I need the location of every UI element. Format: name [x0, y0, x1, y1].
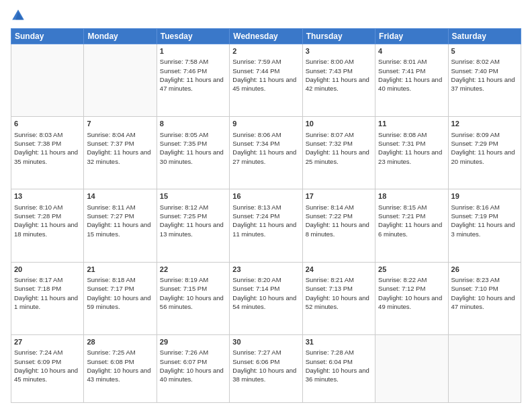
day-info: Sunrise: 8:18 AM Sunset: 7:17 PM Dayligh… [87, 275, 153, 311]
calendar-table: SundayMondayTuesdayWednesdayThursdayFrid… [11, 28, 521, 403]
column-header-monday: Monday [84, 29, 157, 44]
page: SundayMondayTuesdayWednesdayThursdayFrid… [0, 0, 532, 411]
day-number: 11 [378, 119, 445, 129]
day-number: 8 [160, 119, 226, 129]
day-number: 7 [87, 119, 153, 129]
column-header-tuesday: Tuesday [157, 29, 229, 44]
day-info: Sunrise: 8:03 AM Sunset: 7:38 PM Dayligh… [14, 130, 81, 166]
calendar-cell: 2Sunrise: 7:59 AM Sunset: 7:44 PM Daylig… [230, 44, 302, 117]
day-info: Sunrise: 8:21 AM Sunset: 7:13 PM Dayligh… [306, 275, 372, 311]
day-number: 26 [451, 265, 518, 275]
day-number: 13 [14, 191, 81, 201]
logo [11, 8, 26, 23]
day-info: Sunrise: 7:28 AM Sunset: 6:04 PM Dayligh… [306, 348, 372, 383]
day-info: Sunrise: 7:27 AM Sunset: 6:06 PM Dayligh… [232, 348, 299, 383]
calendar-cell: 6Sunrise: 8:03 AM Sunset: 7:38 PM Daylig… [11, 117, 84, 189]
day-info: Sunrise: 8:08 AM Sunset: 7:31 PM Dayligh… [378, 130, 445, 166]
column-header-saturday: Saturday [448, 29, 521, 44]
calendar-cell [11, 44, 84, 117]
day-number: 1 [160, 46, 226, 56]
day-number: 10 [306, 119, 372, 129]
day-info: Sunrise: 8:01 AM Sunset: 7:41 PM Dayligh… [378, 57, 445, 93]
day-number: 6 [14, 119, 81, 129]
calendar-cell: 22Sunrise: 8:19 AM Sunset: 7:15 PM Dayli… [157, 262, 229, 334]
calendar-cell: 7Sunrise: 8:04 AM Sunset: 7:37 PM Daylig… [84, 117, 157, 189]
day-number: 21 [87, 265, 153, 275]
day-number: 31 [306, 337, 372, 347]
day-number: 17 [306, 191, 372, 201]
calendar-header-row: SundayMondayTuesdayWednesdayThursdayFrid… [11, 29, 521, 44]
day-info: Sunrise: 7:24 AM Sunset: 6:09 PM Dayligh… [14, 348, 81, 383]
day-info: Sunrise: 8:07 AM Sunset: 7:32 PM Dayligh… [306, 130, 372, 166]
day-info: Sunrise: 8:09 AM Sunset: 7:29 PM Dayligh… [451, 130, 518, 166]
day-number: 16 [232, 191, 299, 201]
calendar-cell: 25Sunrise: 8:22 AM Sunset: 7:12 PM Dayli… [375, 262, 448, 334]
column-header-friday: Friday [375, 29, 448, 44]
calendar-cell: 23Sunrise: 8:20 AM Sunset: 7:14 PM Dayli… [230, 262, 302, 334]
calendar-cell: 19Sunrise: 8:16 AM Sunset: 7:19 PM Dayli… [448, 189, 521, 262]
day-number: 5 [451, 46, 518, 56]
calendar-cell: 12Sunrise: 8:09 AM Sunset: 7:29 PM Dayli… [448, 117, 521, 189]
day-info: Sunrise: 8:02 AM Sunset: 7:40 PM Dayligh… [451, 57, 518, 93]
day-info: Sunrise: 8:20 AM Sunset: 7:14 PM Dayligh… [232, 275, 299, 311]
day-number: 3 [306, 46, 372, 56]
calendar-cell: 1Sunrise: 7:58 AM Sunset: 7:46 PM Daylig… [157, 44, 229, 117]
calendar-cell: 26Sunrise: 8:23 AM Sunset: 7:10 PM Dayli… [448, 262, 521, 334]
day-number: 14 [87, 191, 153, 201]
calendar-cell: 27Sunrise: 7:24 AM Sunset: 6:09 PM Dayli… [11, 334, 84, 402]
column-header-thursday: Thursday [302, 29, 375, 44]
day-number: 23 [232, 265, 299, 275]
calendar-cell: 4Sunrise: 8:01 AM Sunset: 7:41 PM Daylig… [375, 44, 448, 117]
day-number: 19 [451, 191, 518, 201]
day-info: Sunrise: 7:58 AM Sunset: 7:46 PM Dayligh… [160, 57, 226, 93]
day-number: 20 [14, 265, 81, 275]
day-info: Sunrise: 8:05 AM Sunset: 7:35 PM Dayligh… [160, 130, 226, 166]
day-number: 22 [160, 265, 226, 275]
calendar-cell: 17Sunrise: 8:14 AM Sunset: 7:22 PM Dayli… [302, 189, 375, 262]
calendar-cell: 13Sunrise: 8:10 AM Sunset: 7:28 PM Dayli… [11, 189, 84, 262]
day-number: 2 [232, 46, 299, 56]
day-number: 27 [14, 337, 81, 347]
day-info: Sunrise: 8:23 AM Sunset: 7:10 PM Dayligh… [451, 275, 518, 311]
day-info: Sunrise: 7:25 AM Sunset: 6:08 PM Dayligh… [87, 348, 153, 383]
day-number: 18 [378, 191, 445, 201]
calendar-cell: 31Sunrise: 7:28 AM Sunset: 6:04 PM Dayli… [302, 334, 375, 402]
day-info: Sunrise: 8:12 AM Sunset: 7:25 PM Dayligh… [160, 203, 226, 238]
calendar-cell: 9Sunrise: 8:06 AM Sunset: 7:34 PM Daylig… [230, 117, 302, 189]
calendar-cell: 15Sunrise: 8:12 AM Sunset: 7:25 PM Dayli… [157, 189, 229, 262]
day-info: Sunrise: 8:14 AM Sunset: 7:22 PM Dayligh… [306, 203, 372, 238]
day-number: 15 [160, 191, 226, 201]
calendar-cell [448, 334, 521, 402]
calendar-cell [84, 44, 157, 117]
day-number: 9 [232, 119, 299, 129]
column-header-sunday: Sunday [11, 29, 84, 44]
day-info: Sunrise: 8:19 AM Sunset: 7:15 PM Dayligh… [160, 275, 226, 311]
day-number: 24 [306, 265, 372, 275]
calendar-week-1: 1Sunrise: 7:58 AM Sunset: 7:46 PM Daylig… [11, 44, 521, 117]
logo-icon [11, 8, 26, 23]
calendar-week-5: 27Sunrise: 7:24 AM Sunset: 6:09 PM Dayli… [11, 334, 521, 402]
day-info: Sunrise: 8:22 AM Sunset: 7:12 PM Dayligh… [378, 275, 445, 311]
column-header-wednesday: Wednesday [230, 29, 302, 44]
calendar-week-3: 13Sunrise: 8:10 AM Sunset: 7:28 PM Dayli… [11, 189, 521, 262]
day-info: Sunrise: 7:26 AM Sunset: 6:07 PM Dayligh… [160, 348, 226, 383]
day-info: Sunrise: 8:04 AM Sunset: 7:37 PM Dayligh… [87, 130, 153, 166]
day-info: Sunrise: 7:59 AM Sunset: 7:44 PM Dayligh… [232, 57, 299, 93]
day-info: Sunrise: 8:13 AM Sunset: 7:24 PM Dayligh… [232, 203, 299, 238]
day-number: 28 [87, 337, 153, 347]
day-number: 12 [451, 119, 518, 129]
calendar-cell: 24Sunrise: 8:21 AM Sunset: 7:13 PM Dayli… [302, 262, 375, 334]
day-info: Sunrise: 8:10 AM Sunset: 7:28 PM Dayligh… [14, 203, 81, 238]
day-info: Sunrise: 8:17 AM Sunset: 7:18 PM Dayligh… [14, 275, 81, 311]
calendar-week-2: 6Sunrise: 8:03 AM Sunset: 7:38 PM Daylig… [11, 117, 521, 189]
calendar-cell: 16Sunrise: 8:13 AM Sunset: 7:24 PM Dayli… [230, 189, 302, 262]
day-info: Sunrise: 8:11 AM Sunset: 7:27 PM Dayligh… [87, 203, 153, 238]
day-number: 30 [232, 337, 299, 347]
calendar-week-4: 20Sunrise: 8:17 AM Sunset: 7:18 PM Dayli… [11, 262, 521, 334]
calendar-cell: 3Sunrise: 8:00 AM Sunset: 7:43 PM Daylig… [302, 44, 375, 117]
day-number: 4 [378, 46, 445, 56]
calendar-cell: 11Sunrise: 8:08 AM Sunset: 7:31 PM Dayli… [375, 117, 448, 189]
day-number: 29 [160, 337, 226, 347]
day-info: Sunrise: 8:15 AM Sunset: 7:21 PM Dayligh… [378, 203, 445, 238]
calendar-cell: 18Sunrise: 8:15 AM Sunset: 7:21 PM Dayli… [375, 189, 448, 262]
